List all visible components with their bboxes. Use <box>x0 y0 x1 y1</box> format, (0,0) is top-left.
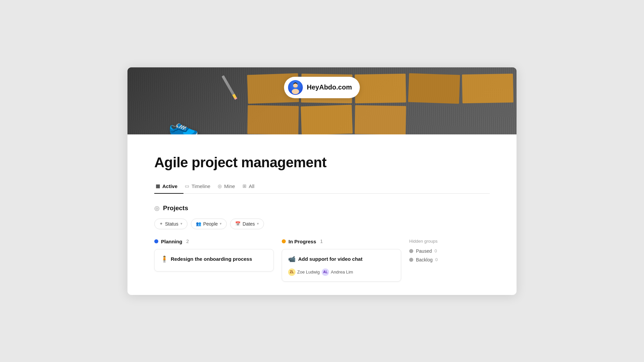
backlog-label: Backlog <box>416 257 433 262</box>
tab-timeline-label: Timeline <box>192 183 210 189</box>
svg-point-2 <box>292 89 299 94</box>
filter-bar: ✦ Status ▾ 👥 People ▾ 📅 Dates ▾ <box>154 219 490 229</box>
in-progress-dot <box>282 239 286 243</box>
card-title-row: 📹 Add support for video chat <box>288 255 395 266</box>
badge-text: HeyAbdo.com <box>307 83 352 91</box>
avatar-name: Andrea Lim <box>331 269 353 275</box>
planning-dot <box>154 239 158 243</box>
hidden-groups-title: Hidden groups <box>409 239 490 244</box>
filter-status-label: Status <box>165 221 178 227</box>
tab-bar: ▦ Active ▭ Timeline ◎ Mine ⊞ All <box>154 180 490 194</box>
section-icon: ◎ <box>154 204 160 212</box>
tab-active-label: Active <box>162 183 177 189</box>
filter-status[interactable]: ✦ Status ▾ <box>154 219 187 229</box>
backlog-dot <box>409 258 413 262</box>
card-title: Redesign the onboarding process <box>171 255 252 262</box>
tab-active-icon: ▦ <box>156 183 160 189</box>
column-planning-header: Planning 2 <box>154 239 274 244</box>
in-progress-count: 1 <box>320 239 323 244</box>
people-icon: 👥 <box>196 221 201 226</box>
card-video-chat[interactable]: 📹 Add support for video chat ZL Zoe Ludw… <box>282 249 401 282</box>
filter-people[interactable]: 👥 People ▾ <box>191 219 227 229</box>
video-icon: 📹 <box>288 255 296 263</box>
card-redesign-onboarding[interactable]: 🧍 Redesign the onboarding process <box>154 249 274 272</box>
tab-timeline-icon: ▭ <box>185 183 189 189</box>
paused-dot <box>409 249 413 253</box>
paused-label: Paused <box>416 248 432 254</box>
main-content: Agile project management ▦ Active ▭ Time… <box>127 134 517 295</box>
paused-count: 0 <box>434 248 437 253</box>
planning-count: 2 <box>186 239 189 244</box>
column-in-progress: In Progress 1 📹 Add support for video ch… <box>282 239 401 282</box>
sticky-note <box>462 73 513 103</box>
chevron-down-icon: ▾ <box>180 222 182 226</box>
filter-dates-label: Dates <box>243 221 255 227</box>
chevron-down-icon: ▾ <box>257 222 259 226</box>
tab-active[interactable]: ▦ Active <box>154 180 183 194</box>
column-planning: Planning 2 🧍 Redesign the onboarding pro… <box>154 239 274 272</box>
hidden-groups-section: Hidden groups Paused 0 Backlog 0 <box>409 239 490 266</box>
backlog-count: 0 <box>435 257 438 262</box>
filter-people-label: People <box>203 221 218 227</box>
sticky-notes-decoration <box>244 71 517 134</box>
card-avatars: ZL Zoe Ludwig AL Andrea Lim <box>288 268 395 276</box>
calendar-icon: 📅 <box>235 221 240 226</box>
planning-label: Planning <box>161 239 182 244</box>
filter-dates[interactable]: 📅 Dates ▾ <box>230 219 264 229</box>
tab-mine[interactable]: ◎ Mine <box>216 180 241 194</box>
section-title: Projects <box>163 204 188 212</box>
kanban-board: Planning 2 🧍 Redesign the onboarding pro… <box>154 239 490 282</box>
sticky-note <box>355 105 406 134</box>
tab-all-label: All <box>249 183 255 189</box>
avatar-name: Zoe Ludwig <box>297 269 320 275</box>
sticky-note <box>247 105 299 134</box>
hidden-group-paused[interactable]: Paused 0 <box>409 248 490 254</box>
card-title-row: 🧍 Redesign the onboarding process <box>161 255 267 266</box>
sticky-note <box>408 73 460 104</box>
person-icon: 🧍 <box>161 255 168 263</box>
status-icon: ✦ <box>159 221 163 226</box>
section-header: ◎ Projects <box>154 204 490 212</box>
avatar-circle: AL <box>322 268 329 276</box>
app-container: HeyAbdo.com 👟 Agile project management <box>127 67 517 295</box>
tab-mine-label: Mine <box>224 183 235 189</box>
page-title: Agile project management <box>154 155 490 171</box>
avatar-circle: ZL <box>288 268 296 276</box>
sticky-note <box>301 105 353 134</box>
avatar-andrea: AL Andrea Lim <box>322 268 353 276</box>
column-in-progress-header: In Progress 1 <box>282 239 401 244</box>
hidden-group-backlog[interactable]: Backlog 0 <box>409 257 490 262</box>
sticky-note <box>355 73 406 103</box>
tab-all[interactable]: ⊞ All <box>241 180 261 194</box>
tab-mine-icon: ◎ <box>218 183 222 189</box>
avatar <box>288 80 303 95</box>
tab-timeline[interactable]: ▭ Timeline <box>183 180 216 194</box>
chevron-down-icon: ▾ <box>220 222 222 226</box>
pencil-decoration <box>222 75 237 100</box>
header-badge: HeyAbdo.com <box>284 77 360 98</box>
tab-all-icon: ⊞ <box>243 183 247 189</box>
in-progress-label: In Progress <box>288 239 316 244</box>
card-title: Add support for video chat <box>298 255 363 262</box>
avatar-zoe: ZL Zoe Ludwig <box>288 268 320 276</box>
